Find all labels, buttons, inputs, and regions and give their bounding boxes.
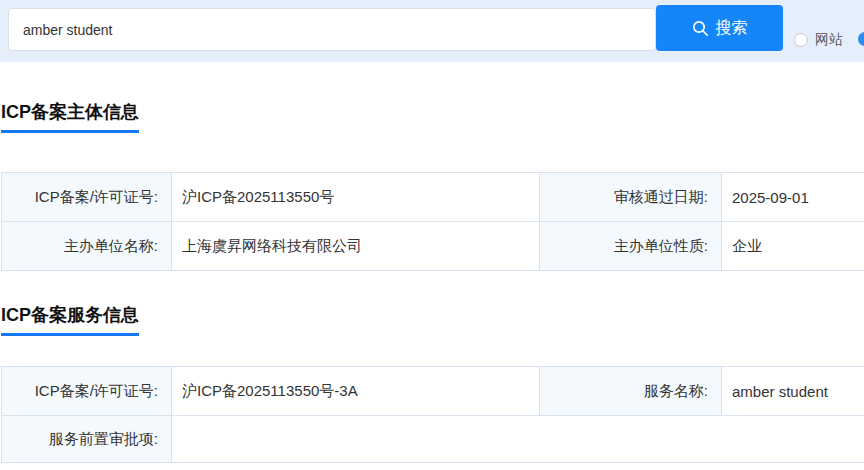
value-service-icp-license: 沪ICP备2025113550号-3A (172, 367, 540, 416)
label-approval-date: 审核通过日期: (540, 173, 722, 222)
value-service-name: amber student (722, 367, 864, 416)
label-pre-approval-item: 服务前置审批项: (2, 416, 172, 463)
search-button-label: 搜索 (716, 18, 748, 39)
search-type-radio-website[interactable]: 网站 (794, 32, 843, 48)
table-row: ICP备案/许可证号: 沪ICP备2025113550号 审核通过日期: 202… (2, 173, 864, 222)
icp-result-page: ICP备案主体信息 ICP备案/许可证号: 沪ICP备2025113550号 审… (0, 100, 864, 463)
search-input[interactable] (8, 8, 656, 51)
value-approval-date: 2025-09-01 (722, 173, 864, 222)
radio-selected-icon[interactable] (858, 32, 864, 46)
label-organizer-nature: 主办单位性质: (540, 222, 722, 271)
table-row: ICP备案/许可证号: 沪ICP备2025113550号-3A 服务名称: am… (2, 367, 864, 416)
service-info-table: ICP备案/许可证号: 沪ICP备2025113550号-3A 服务名称: am… (1, 366, 864, 463)
label-service-icp-license: ICP备案/许可证号: (2, 367, 172, 416)
table-row: 主办单位名称: 上海虞昇网络科技有限公司 主办单位性质: 企业 (2, 222, 864, 271)
section-subject-info: ICP备案主体信息 (1, 100, 864, 133)
value-organizer-name: 上海虞昇网络科技有限公司 (172, 222, 540, 271)
value-icp-license: 沪ICP备2025113550号 (172, 173, 540, 222)
section-service-info: ICP备案服务信息 (1, 303, 864, 336)
section-title-subject: ICP备案主体信息 (1, 100, 139, 133)
value-organizer-nature: 企业 (722, 222, 864, 271)
search-bar: 搜索 网站 (0, 0, 864, 62)
section-title-service: ICP备案服务信息 (1, 303, 139, 336)
table-row: 服务前置审批项: (2, 416, 864, 463)
label-icp-license: ICP备案/许可证号: (2, 173, 172, 222)
subject-info-table: ICP备案/许可证号: 沪ICP备2025113550号 审核通过日期: 202… (1, 172, 864, 271)
label-organizer-name: 主办单位名称: (2, 222, 172, 271)
value-pre-approval-item (172, 416, 864, 463)
search-button[interactable]: 搜索 (656, 5, 783, 51)
label-service-name: 服务名称: (540, 367, 722, 416)
radio-website-label: 网站 (815, 31, 843, 49)
search-icon (692, 20, 709, 37)
radio-unselected-icon[interactable] (794, 33, 808, 47)
